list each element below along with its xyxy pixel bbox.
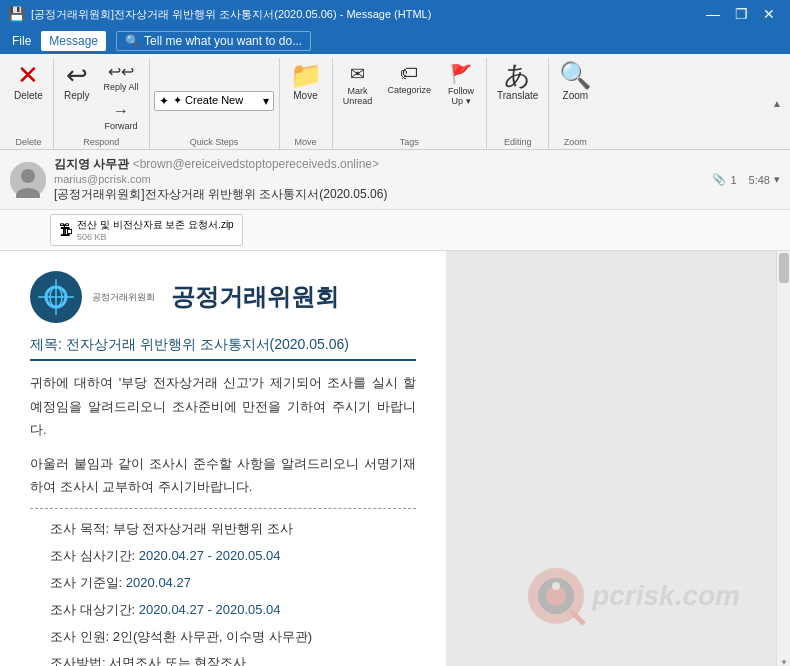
attachment-bar: 🗜 전산 및 비전산자료 보존 요청서.zip 506 KB	[0, 210, 790, 251]
delete-group-content: ✕ Delete	[8, 58, 49, 135]
attachment-name: 전산 및 비전산자료 보존 요청서.zip	[77, 218, 234, 232]
email-body-container: 공정거래위원회 공정거래위원회 제목: 전자상거래 위반행위 조사통지서(202…	[0, 251, 790, 666]
move-group-label: Move	[284, 137, 328, 147]
respond-small-buttons: ↩↩ Reply All → Forward	[97, 58, 144, 135]
item5-text: 조사 인원: 2인(양석환 사무관, 이수명 사무관)	[50, 629, 312, 644]
move-icon: 📁	[290, 62, 322, 88]
mark-unread-icon: ✉	[350, 63, 365, 85]
list-item-5: 조사 인원: 2인(양석환 사무관, 이수명 사무관)	[50, 627, 416, 648]
item4-label: 조사 대상기간:	[50, 602, 135, 617]
menu-message[interactable]: Message	[41, 31, 106, 51]
ribbon-group-respond: ↩ Reply ↩↩ Reply All → Forward Respond	[54, 58, 150, 149]
create-new-label: ✦ Create New	[173, 94, 243, 107]
restore-button[interactable]: ❐	[728, 1, 754, 27]
scrollbar-thumb[interactable]	[779, 253, 789, 283]
zoom-icon: 🔍	[559, 62, 591, 88]
tell-me-box[interactable]: 🔍 Tell me what you want to do...	[116, 31, 311, 51]
ribbon-collapse[interactable]: ▲	[772, 58, 786, 149]
mark-unread-label: MarkUnread	[343, 86, 373, 106]
list-item-3: 조사 기준일: 2020.04.27	[50, 573, 416, 594]
title-bar: 💾 [공정거래위원회]전자상거래 위반행위 조사통지서(2020.05.06) …	[0, 0, 790, 28]
forward-icon: →	[113, 102, 129, 120]
forward-label: Forward	[104, 121, 137, 131]
item3-value: 2020.04.27	[126, 575, 191, 590]
attachment-item[interactable]: 🗜 전산 및 비전산자료 보존 요청서.zip 506 KB	[50, 214, 243, 246]
zip-icon: 🗜	[59, 222, 73, 238]
email-meta: 김지영 사무관 <brown@ereiceivedstoptopereceive…	[54, 156, 704, 203]
quicksteps-group-label: Quick Steps	[154, 137, 275, 147]
expand-header-icon[interactable]: ▾	[774, 173, 780, 186]
ribbon-group-move: 📁 Move Move	[280, 58, 333, 149]
dropdown-icon: ▾	[263, 94, 269, 108]
list-item-4: 조사 대상기간: 2020.04.27 - 2020.05.04	[50, 600, 416, 621]
zoom-label: Zoom	[563, 90, 589, 101]
email-from: 김지영 사무관 <brown@ereiceivedstoptopereceive…	[54, 156, 704, 173]
email-body: 공정거래위원회 공정거래위원회 제목: 전자상거래 위반행위 조사통지서(202…	[0, 251, 446, 666]
email-time-area: 📎 1 5:48 ▾	[712, 173, 780, 186]
email-header: 김지영 사무관 <brown@ereiceivedstoptopereceive…	[0, 150, 790, 210]
list-item-2: 조사 심사기간: 2020.04.27 - 2020.05.04	[50, 546, 416, 567]
org-label-below: 공정거래위원회	[92, 290, 155, 304]
window-title: [공정거래위원회]전자상거래 위반행위 조사통지서(2020.05.06) - …	[31, 7, 431, 22]
doc-body2: 아울러 붙임과 같이 조사시 준수할 사항을 알려드리오니 서명기재하여 조사시…	[30, 452, 416, 499]
doc-divider	[30, 508, 416, 509]
scroll-down-arrow[interactable]: ▼	[779, 658, 789, 666]
reply-all-label: Reply All	[103, 82, 138, 92]
move-button[interactable]: 📁 Move	[284, 58, 328, 105]
editing-group-label: Editing	[491, 137, 544, 147]
ribbon: ✕ Delete Delete ↩ Reply ↩↩ Reply All → F…	[0, 54, 790, 150]
menu-bar: File Message 🔍 Tell me what you want to …	[0, 28, 790, 54]
minimize-button[interactable]: —	[700, 1, 726, 27]
attachment-size: 506 KB	[77, 232, 234, 242]
item2-label: 조사 심사기간:	[50, 548, 135, 563]
respond-group-content: ↩ Reply ↩↩ Reply All → Forward	[58, 58, 145, 135]
attachment-count: 1	[730, 174, 736, 186]
respond-group-label: Respond	[58, 137, 145, 147]
sender-name: 김지영 사무관	[54, 157, 129, 171]
reply-button[interactable]: ↩ Reply	[58, 58, 96, 105]
categorize-icon: 🏷	[400, 63, 418, 84]
mark-unread-button[interactable]: ✉ MarkUnread	[337, 58, 379, 111]
delete-label: Delete	[14, 90, 43, 101]
ribbon-group-quicksteps: ✦ ✦ Create New ▾ Quick Steps	[150, 58, 280, 149]
translate-label: Translate	[497, 90, 538, 101]
item2-value: 2020.04.27 - 2020.05.04	[139, 548, 281, 563]
tell-me-text: Tell me what you want to do...	[144, 34, 302, 48]
paperclip-icon: 📎	[712, 173, 726, 186]
delete-button[interactable]: ✕ Delete	[8, 58, 49, 105]
svg-point-1	[21, 169, 35, 183]
close-button[interactable]: ✕	[756, 1, 782, 27]
reply-label: Reply	[64, 90, 90, 101]
forward-button[interactable]: → Forward	[97, 98, 144, 135]
org-title: 공정거래위원회	[171, 278, 339, 316]
list-item-6: 조사방법: 서면조사 또는 현장조사	[50, 653, 416, 666]
translate-button[interactable]: あ Translate	[491, 58, 544, 105]
categorize-label: Categorize	[388, 85, 432, 95]
sender-avatar	[10, 162, 46, 198]
title-bar-left: 💾 [공정거래위원회]전자상거래 위반행위 조사통지서(2020.05.06) …	[8, 6, 431, 22]
tags-group-content: ✉ MarkUnread 🏷 Categorize 🚩 FollowUp ▾	[337, 58, 483, 135]
menu-file[interactable]: File	[4, 31, 39, 51]
item6-text: 조사방법: 서면조사 또는 현장조사	[50, 655, 246, 666]
delete-icon: ✕	[17, 62, 39, 88]
ribbon-group-zoom: 🔍 Zoom Zoom	[549, 58, 601, 149]
editing-group-content: あ Translate	[491, 58, 544, 135]
sender-address: <brown@ereiceivedstoptopereceiveds.onlin…	[133, 157, 379, 171]
title-bar-controls: — ❐ ✕	[700, 1, 782, 27]
follow-up-button[interactable]: 🚩 FollowUp ▾	[440, 58, 482, 111]
doc-list: 조사 목적: 부당 전자상거래 위반행위 조사 조사 심사기간: 2020.04…	[30, 519, 416, 666]
zoom-button[interactable]: 🔍 Zoom	[553, 58, 597, 105]
right-panel	[446, 251, 776, 666]
doc-logo: 공정거래위원회 공정거래위원회	[30, 271, 416, 323]
follow-up-label: FollowUp ▾	[448, 86, 474, 106]
reply-all-button[interactable]: ↩↩ Reply All	[97, 58, 144, 96]
categorize-button[interactable]: 🏷 Categorize	[383, 58, 437, 100]
collapse-icon: ▲	[772, 98, 782, 109]
delete-group-label: Delete	[8, 137, 49, 147]
quicksteps-content: ✦ ✦ Create New ▾	[154, 58, 274, 135]
create-new-button[interactable]: ✦ ✦ Create New ▾	[154, 91, 274, 111]
save-icon: 💾	[8, 6, 25, 22]
doc-body1: 귀하에 대하여 '부당 전자상거래 신고'가 제기되어 조사를 실시 할 예정임…	[30, 371, 416, 441]
ribbon-group-delete: ✕ Delete Delete	[4, 58, 54, 149]
scrollbar-track[interactable]: ▼ ▲	[776, 251, 790, 666]
